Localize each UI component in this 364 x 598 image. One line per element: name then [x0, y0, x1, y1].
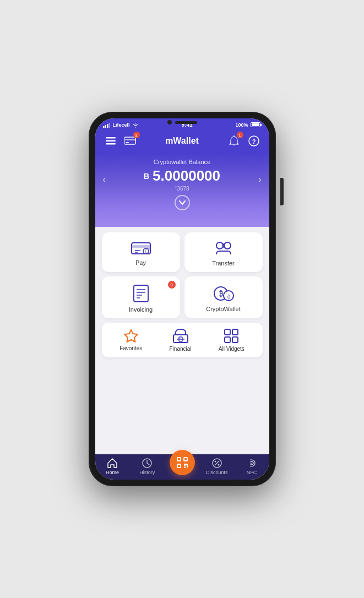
scan-button[interactable] — [170, 450, 195, 475]
financial-icon — [172, 328, 189, 344]
financial-widget[interactable]: Financial — [170, 328, 192, 352]
svg-rect-39 — [177, 464, 181, 467]
cryptowallet-icon: ₿ ⟠ — [213, 285, 234, 302]
nfc-icon — [246, 458, 257, 469]
header-right-icons: 1 ? — [226, 133, 262, 149]
notification-button[interactable]: 1 — [226, 133, 242, 149]
svg-rect-34 — [225, 337, 230, 343]
invoicing-svg-icon — [133, 284, 149, 303]
favorites-icon — [123, 329, 139, 343]
help-icon: ? — [248, 135, 259, 146]
svg-point-46 — [214, 461, 216, 463]
pay-label: Pay — [135, 259, 146, 266]
svg-text:₿: ₿ — [219, 290, 222, 298]
balance-next-button[interactable]: › — [258, 175, 261, 184]
camera — [167, 120, 172, 124]
menu-button[interactable] — [103, 133, 118, 149]
nav-history-label: History — [139, 470, 155, 475]
svg-rect-4 — [106, 137, 116, 139]
account-number: *3678 — [106, 186, 258, 192]
pay-icon — [131, 241, 151, 256]
phone-screen: Lifecell 9:41 100% — [95, 118, 269, 480]
chevron-down-icon — [179, 200, 186, 205]
nav-scan[interactable] — [165, 458, 199, 475]
nav-nfc-label: NFC — [247, 470, 257, 475]
svg-point-47 — [218, 464, 219, 466]
balance-nav: ‹ B 5.0000000 *3678 › — [103, 167, 262, 192]
balance-label: Cryptowallet Balance — [103, 159, 262, 165]
svg-rect-13 — [132, 245, 150, 248]
favorites-label: Favorites — [119, 345, 142, 351]
nav-discounts[interactable]: Discounts — [199, 458, 234, 475]
nav-nfc[interactable]: NFC — [234, 458, 269, 475]
svg-rect-6 — [106, 143, 116, 145]
svg-rect-37 — [177, 458, 181, 461]
transfer-label: Transfer — [212, 260, 235, 267]
cryptowallet-label: CryptoWallet — [206, 306, 241, 312]
home-icon — [107, 458, 118, 469]
svg-rect-35 — [232, 337, 238, 343]
app-container: Lifecell 9:41 100% — [95, 118, 269, 480]
app-title: mWallet — [165, 136, 199, 146]
svg-rect-8 — [124, 139, 135, 140]
cryptowallet-svg-icon: ₿ ⟠ — [213, 285, 234, 302]
pay-card[interactable]: Pay — [102, 232, 180, 272]
svg-rect-32 — [225, 329, 230, 335]
currency-symbol: B — [144, 172, 149, 181]
balance-section: Cryptowallet Balance ‹ B 5.0000000 *3678… — [95, 153, 269, 227]
cryptowallet-card[interactable]: ₿ ⟠ CryptoWallet — [184, 276, 263, 318]
phone-frame: Lifecell 9:41 100% — [89, 112, 276, 486]
main-content: Pay Transfer — [95, 227, 269, 454]
svg-rect-9 — [126, 142, 129, 143]
svg-rect-5 — [106, 140, 116, 142]
nav-home[interactable]: Home — [95, 458, 130, 475]
card-badge: 2 — [133, 132, 140, 138]
balance-value: 5.0000000 — [153, 167, 220, 184]
all-vidgets-label: All Vidgets — [219, 346, 245, 352]
history-icon — [142, 458, 153, 469]
widget-row: Favorites Financial — [102, 323, 263, 357]
discounts-icon — [211, 458, 222, 469]
svg-text:⟠: ⟠ — [227, 293, 230, 300]
nav-discounts-label: Discounts — [206, 470, 228, 475]
pay-svg-icon — [131, 241, 151, 256]
hamburger-icon — [106, 137, 116, 145]
notch-area — [95, 118, 269, 126]
invoicing-label: Invoicing — [129, 306, 153, 313]
speaker — [175, 121, 197, 124]
balance-amount: B 5.0000000 — [106, 167, 258, 184]
card-icon — [124, 137, 137, 145]
invoicing-icon — [133, 284, 149, 303]
transfer-svg-icon — [213, 240, 234, 257]
svg-rect-7 — [124, 137, 135, 144]
side-button — [280, 178, 284, 205]
svg-rect-33 — [232, 329, 238, 335]
transfer-icon — [213, 240, 234, 257]
card-button[interactable]: 2 — [123, 133, 138, 149]
nav-home-label: Home — [106, 470, 119, 475]
svg-text:?: ? — [252, 138, 256, 145]
invoicing-badge: 3 — [168, 281, 176, 289]
all-vidgets-widget[interactable]: All Vidgets — [219, 328, 245, 352]
bottom-nav: Home History — [95, 454, 269, 480]
notification-badge: 1 — [237, 132, 243, 138]
svg-rect-20 — [134, 285, 148, 302]
app-header: 2 mWallet 1 ? — [95, 130, 269, 153]
help-button[interactable]: ? — [246, 133, 262, 149]
chevron-down-button[interactable] — [175, 195, 190, 210]
invoicing-card[interactable]: Invoicing 3 — [102, 276, 180, 318]
balance-center: B 5.0000000 *3678 — [106, 167, 258, 192]
nav-history[interactable]: History — [130, 458, 165, 475]
cards-grid: Pay Transfer — [102, 232, 263, 318]
financial-label: Financial — [170, 346, 192, 352]
svg-rect-38 — [184, 458, 187, 461]
scan-icon — [176, 456, 188, 469]
all-vidgets-icon — [224, 328, 239, 344]
header-left-icons: 2 — [103, 133, 138, 149]
transfer-card[interactable]: Transfer — [184, 232, 263, 272]
favorites-widget[interactable]: Favorites — [119, 329, 142, 351]
